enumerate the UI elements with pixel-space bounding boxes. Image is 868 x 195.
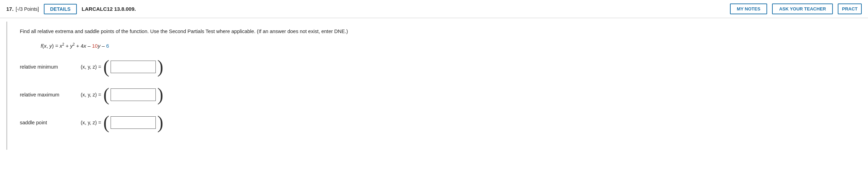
problem-header: 17. [-/3 Points] DETAILS LARCALC12 13.8.… (0, 0, 868, 18)
left-paren-min: ( (103, 58, 109, 76)
right-paren-saddle: ) (157, 114, 163, 132)
problem-id: LARCALC12 13.8.009. (82, 6, 136, 12)
relative-minimum-label: relative minimum (20, 64, 81, 70)
left-paren-saddle: ( (103, 114, 109, 132)
saddle-point-eq: (x, y, z) = (81, 120, 101, 125)
function-display: f(x, y) = x2 + y2 + 4x – 10y – 6 (41, 42, 860, 50)
saddle-point-row: saddle point (x, y, z) = ( ) (20, 114, 860, 132)
relative-minimum-input[interactable] (111, 61, 156, 73)
relative-maximum-eq: (x, y, z) = (81, 92, 101, 98)
my-notes-button[interactable]: MY NOTES (730, 3, 767, 14)
relative-maximum-row: relative maximum (x, y, z) = ( ) (20, 86, 860, 104)
ask-teacher-button[interactable]: ASK YOUR TEACHER (772, 3, 833, 14)
relative-maximum-label: relative maximum (20, 92, 81, 98)
relative-maximum-input[interactable] (111, 88, 156, 101)
relative-minimum-eq: (x, y, z) = (81, 64, 101, 70)
details-button[interactable]: DETAILS (44, 4, 77, 14)
right-paren-max: ) (157, 86, 163, 104)
saddle-point-input[interactable] (111, 116, 156, 129)
problem-number: 17. [-/3 Points] (6, 6, 39, 12)
problem-content: Find all relative extrema and saddle poi… (6, 22, 868, 150)
right-paren-min: ) (157, 58, 163, 76)
practice-button[interactable]: PRACT (838, 3, 862, 14)
left-paren-max: ( (103, 86, 109, 104)
saddle-point-label: saddle point (20, 120, 81, 125)
instruction-text: Find all relative extrema and saddle poi… (20, 28, 860, 36)
relative-minimum-row: relative minimum (x, y, z) = ( ) (20, 58, 860, 76)
